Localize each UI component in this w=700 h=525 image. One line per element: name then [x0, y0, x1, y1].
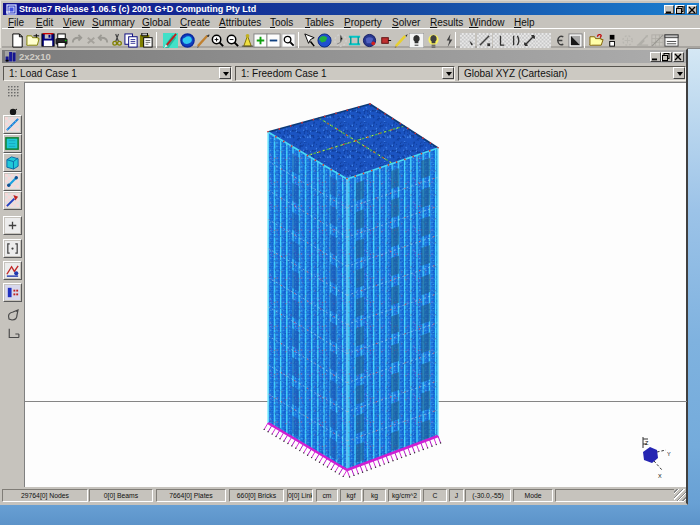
svg-text:X: X: [658, 473, 662, 479]
svg-text:Y: Y: [667, 451, 671, 457]
svg-text:Z: Z: [645, 440, 649, 446]
